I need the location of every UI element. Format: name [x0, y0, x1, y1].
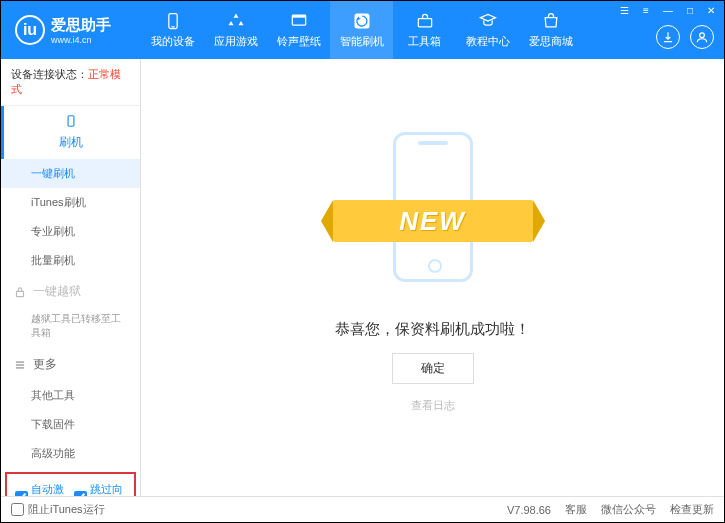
nav-apps[interactable]: 应用游戏: [204, 1, 267, 59]
device-status-row: 设备连接状态：正常模式: [1, 59, 140, 106]
flash-icon: [352, 11, 372, 31]
block-itunes-checkbox[interactable]: 阻止iTunes运行: [11, 502, 105, 517]
maximize-button[interactable]: □: [684, 3, 696, 18]
main-content: NEW 恭喜您，保资料刷机成功啦！ 确定 查看日志: [141, 59, 724, 496]
tutorial-icon: [478, 11, 498, 31]
section-label: 更多: [33, 356, 57, 373]
new-banner: NEW: [333, 200, 533, 242]
version-label: V7.98.66: [507, 504, 551, 516]
minimize-button[interactable]: —: [660, 3, 676, 18]
sidebar-section-more[interactable]: 更多: [1, 348, 140, 381]
header: iu 爱思助手 www.i4.cn 我的设备 应用游戏 铃声壁纸 智能刷机: [1, 1, 724, 59]
view-log-link[interactable]: 查看日志: [411, 398, 455, 413]
nav-flash[interactable]: 智能刷机: [330, 1, 393, 59]
menu-icon[interactable]: ☰: [617, 3, 632, 18]
svg-rect-5: [418, 19, 431, 27]
section-label: 刷机: [59, 134, 83, 151]
wechat-link[interactable]: 微信公众号: [601, 502, 656, 517]
nav-label: 教程中心: [466, 34, 510, 49]
sidebar-item-pro-flash[interactable]: 专业刷机: [1, 217, 140, 246]
apps-icon: [226, 11, 246, 31]
nav-label: 智能刷机: [340, 34, 384, 49]
app-title: 爱思助手: [51, 16, 111, 35]
skip-setup-checkbox[interactable]: 跳过向导: [74, 482, 127, 496]
user-button[interactable]: [690, 25, 714, 49]
logo-area: iu 爱思助手 www.i4.cn: [1, 15, 141, 45]
svg-rect-3: [292, 15, 305, 18]
logo-icon: iu: [15, 15, 45, 45]
app-window: iu 爱思助手 www.i4.cn 我的设备 应用游戏 铃声壁纸 智能刷机: [0, 0, 725, 523]
footer: 阻止iTunes运行 V7.98.66 客服 微信公众号 检查更新: [1, 496, 724, 522]
sidebar-section-flash[interactable]: 刷机: [1, 106, 140, 159]
main-nav: 我的设备 应用游戏 铃声壁纸 智能刷机 工具箱 教程中心: [141, 1, 582, 59]
sidebar-section-jailbreak[interactable]: 一键越狱: [1, 275, 140, 308]
body: 设备连接状态：正常模式 刷机 一键刷机 iTunes刷机 专业刷机 批量刷机 一…: [1, 59, 724, 496]
sidebar: 设备连接状态：正常模式 刷机 一键刷机 iTunes刷机 专业刷机 批量刷机 一…: [1, 59, 141, 496]
settings-icon[interactable]: ≡: [640, 3, 652, 18]
nav-tutorial[interactable]: 教程中心: [456, 1, 519, 59]
nav-label: 我的设备: [151, 34, 195, 49]
window-controls: ☰ ≡ — □ ✕: [617, 3, 718, 18]
nav-label: 工具箱: [408, 34, 441, 49]
nav-toolbox[interactable]: 工具箱: [393, 1, 456, 59]
app-url: www.i4.cn: [51, 35, 111, 45]
sidebar-item-other-tools[interactable]: 其他工具: [1, 381, 140, 410]
nav-store[interactable]: 爱思商城: [519, 1, 582, 59]
close-button[interactable]: ✕: [704, 3, 718, 18]
phone-icon: [64, 114, 78, 128]
section-label: 一键越狱: [33, 283, 81, 300]
success-message: 恭喜您，保资料刷机成功啦！: [335, 320, 530, 339]
options-highlight-box: 自动激活 跳过向导: [5, 472, 136, 496]
ok-button[interactable]: 确定: [392, 353, 474, 384]
nav-label: 铃声壁纸: [277, 34, 321, 49]
device-icon: [163, 11, 183, 31]
svg-rect-7: [68, 116, 74, 127]
nav-my-device[interactable]: 我的设备: [141, 1, 204, 59]
store-icon: [541, 11, 561, 31]
nav-ringtones[interactable]: 铃声壁纸: [267, 1, 330, 59]
customer-service-link[interactable]: 客服: [565, 502, 587, 517]
svg-point-6: [700, 33, 705, 38]
nav-label: 应用游戏: [214, 34, 258, 49]
media-icon: [289, 11, 309, 31]
success-illustration: NEW: [323, 122, 543, 302]
sidebar-item-advanced[interactable]: 高级功能: [1, 439, 140, 468]
status-label: 设备连接状态：: [11, 68, 88, 80]
download-button[interactable]: [656, 25, 680, 49]
toolbox-icon: [415, 11, 435, 31]
sidebar-item-oneclick-flash[interactable]: 一键刷机: [1, 159, 140, 188]
auto-activate-checkbox[interactable]: 自动激活: [15, 482, 68, 496]
jailbreak-note: 越狱工具已转移至工具箱: [1, 308, 140, 348]
check-update-link[interactable]: 检查更新: [670, 502, 714, 517]
header-right: [656, 25, 714, 49]
sidebar-item-itunes-flash[interactable]: iTunes刷机: [1, 188, 140, 217]
list-icon: [13, 358, 27, 372]
nav-label: 爱思商城: [529, 34, 573, 49]
sidebar-item-batch-flash[interactable]: 批量刷机: [1, 246, 140, 275]
sidebar-item-download-firmware[interactable]: 下载固件: [1, 410, 140, 439]
svg-rect-8: [17, 291, 24, 296]
lock-icon: [13, 285, 27, 299]
